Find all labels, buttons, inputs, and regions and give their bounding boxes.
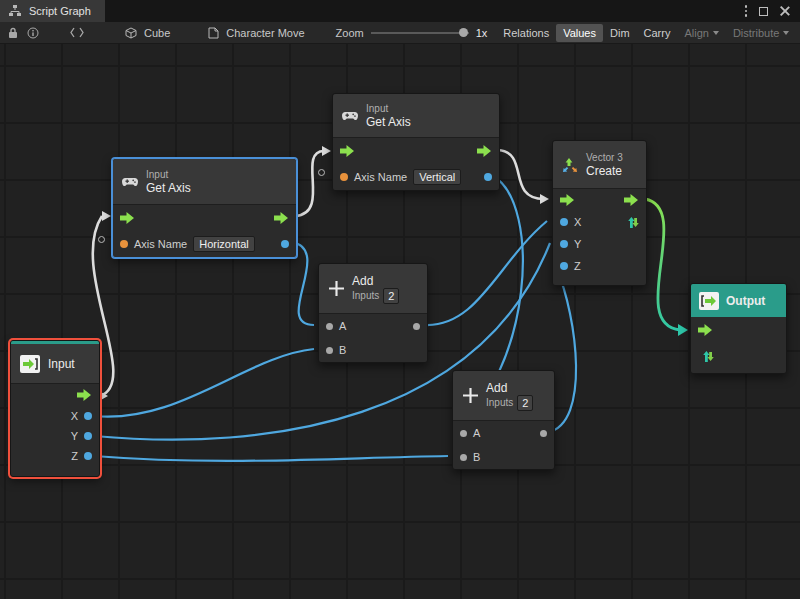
flow-in-port[interactable] [698, 324, 713, 336]
port-z-out[interactable] [84, 452, 92, 460]
node-title: Get Axis [146, 181, 191, 195]
overview-button[interactable]: Overv [796, 24, 800, 42]
value-out-port[interactable] [484, 173, 492, 181]
zoom-slider[interactable] [371, 28, 469, 38]
menu-kebab-icon[interactable] [745, 5, 748, 17]
node-header[interactable]: Input Get Axis [333, 94, 499, 138]
carry-button[interactable]: Carry [637, 24, 678, 42]
axis-name-port[interactable] [120, 240, 128, 248]
node-category: Input [366, 103, 411, 115]
input-icon [20, 355, 40, 373]
port-b-label: B [339, 344, 346, 356]
tab-bar: Script Graph [0, 0, 800, 22]
breadcrumb-character-move[interactable]: Character Move [205, 25, 304, 41]
axis-name-label: Axis Name [134, 238, 187, 250]
node-title: Add [486, 381, 533, 395]
distribute-dropdown: Distribute [726, 24, 796, 42]
chevron-down-icon [783, 31, 789, 35]
vector-in-port[interactable] [701, 350, 714, 363]
flow-in-port[interactable] [340, 145, 355, 157]
port-x-out[interactable] [84, 412, 92, 420]
unconnected-port[interactable] [318, 169, 325, 176]
code-view-icon[interactable] [70, 25, 84, 41]
script-graph-icon [7, 3, 23, 19]
port-z-label: Z [574, 260, 581, 272]
unity-script-graph-window: Script Graph Cube Character Mo [0, 0, 800, 599]
flow-out-port[interactable] [77, 389, 92, 401]
port-b-in[interactable] [326, 347, 333, 354]
node-category: Vector 3 [586, 152, 623, 164]
axis-name-field[interactable]: Horizontal [193, 236, 255, 252]
port-z-label: Z [71, 450, 78, 462]
lock-icon[interactable] [8, 25, 18, 41]
output-icon [699, 292, 719, 310]
script-icon [205, 25, 221, 41]
add-icon [462, 388, 478, 404]
inputs-count-field[interactable]: 2 [383, 288, 399, 304]
port-x-in[interactable] [560, 218, 568, 226]
node-get-axis-vertical[interactable]: Input Get Axis Axis Name Vertical [332, 93, 500, 191]
flow-out-port[interactable] [624, 194, 639, 206]
values-button[interactable]: Values [556, 24, 603, 42]
add-icon [328, 281, 344, 297]
inputs-count-field[interactable]: 2 [517, 395, 533, 411]
port-a-in[interactable] [326, 323, 333, 330]
dim-button[interactable]: Dim [603, 24, 637, 42]
flow-in-port[interactable] [560, 194, 575, 206]
node-header[interactable]: Vector 3 Create [553, 141, 646, 189]
node-header[interactable]: Output [691, 284, 786, 317]
node-header[interactable]: Add Inputs 2 [319, 264, 427, 314]
vector-out-port[interactable] [626, 216, 639, 229]
flow-out-port[interactable] [477, 145, 492, 157]
zoom-value: 1x [476, 27, 488, 39]
relations-button[interactable]: Relations [496, 24, 556, 42]
window-controls [745, 0, 800, 22]
port-y-in[interactable] [560, 240, 568, 248]
zoom-control: Zoom 1x [336, 27, 488, 39]
maximize-icon[interactable] [759, 7, 768, 16]
info-icon[interactable] [27, 25, 39, 41]
align-dropdown: Align [677, 24, 725, 42]
sum-out-port[interactable] [540, 430, 547, 437]
axis-name-label: Axis Name [354, 171, 407, 183]
axis-name-field[interactable]: Vertical [413, 169, 461, 185]
port-x-label: X [71, 410, 78, 422]
port-y-label: Y [71, 430, 78, 442]
flow-in-port[interactable] [120, 212, 135, 224]
node-add-1[interactable]: Add Inputs 2 A B [318, 263, 428, 363]
node-vector3-create[interactable]: Vector 3 Create X Y Z [552, 140, 647, 286]
flow-out-port[interactable] [274, 212, 289, 224]
sum-out-port[interactable] [413, 323, 420, 330]
tab-script-graph[interactable]: Script Graph [0, 0, 105, 22]
axis-name-port[interactable] [340, 173, 348, 181]
node-get-axis-horizontal[interactable]: Input Get Axis Axis Name Horizontal [112, 158, 297, 258]
node-title: Add [352, 274, 399, 288]
value-out-port[interactable] [281, 240, 289, 248]
breadcrumb-cube[interactable]: Cube [123, 25, 170, 41]
cube-label: Cube [144, 27, 170, 39]
node-category: Input [146, 169, 191, 181]
node-add-2[interactable]: Add Inputs 2 A B [452, 370, 555, 470]
port-b-label: B [473, 451, 480, 463]
port-z-in[interactable] [560, 262, 568, 270]
unconnected-port[interactable] [98, 236, 105, 243]
node-header[interactable]: Add Inputs 2 [453, 371, 554, 421]
tab-title: Script Graph [29, 5, 91, 17]
node-header[interactable]: Input Get Axis [113, 159, 296, 205]
port-a-label: A [473, 427, 480, 439]
character-move-label: Character Move [226, 27, 304, 39]
chevron-down-icon [713, 31, 719, 35]
node-header[interactable]: Input [11, 344, 99, 384]
vector3-icon [562, 157, 578, 173]
node-output[interactable]: Output [690, 283, 787, 374]
node-title: Output [726, 294, 765, 308]
inputs-label: Inputs [352, 290, 379, 302]
port-a-in[interactable] [460, 430, 467, 437]
close-icon[interactable] [780, 6, 790, 16]
port-b-in[interactable] [460, 454, 467, 461]
node-input[interactable]: Input X Y Z [10, 340, 100, 477]
node-title: Input [48, 357, 75, 371]
node-title: Create [586, 164, 623, 178]
zoom-slider-handle[interactable] [459, 28, 468, 37]
port-y-out[interactable] [84, 432, 92, 440]
